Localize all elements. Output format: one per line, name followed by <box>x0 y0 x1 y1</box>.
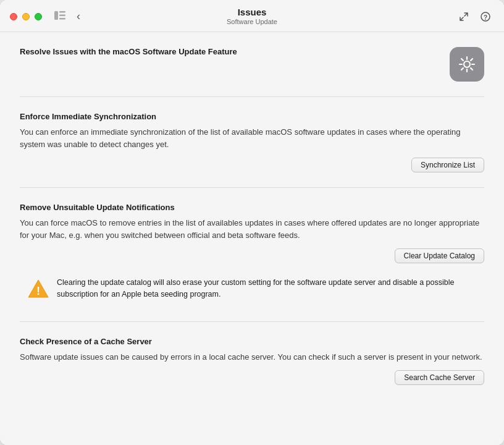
app-window: ‹ Issues Software Update ? <box>0 0 504 445</box>
synchronize-section: Enforce Immediate Synchronization You ca… <box>20 112 484 188</box>
nav-controls: ‹ <box>73 9 84 24</box>
cache-server-action: Search Cache Server <box>20 370 484 385</box>
titlebar: ‹ Issues Software Update ? <box>0 0 504 32</box>
clear-catalog-warning: ! Clearing the update catalog will also … <box>20 271 484 307</box>
synchronize-list-button[interactable]: Synchronize List <box>411 158 484 172</box>
resolve-title: Resolve Issues with the macOS Software U… <box>20 47 440 56</box>
resolve-header: Resolve Issues with the macOS Software U… <box>20 47 484 82</box>
cache-server-body: Software update issues can be caused by … <box>20 351 484 386</box>
cache-server-section: Check Presence of a Cache Server Softwar… <box>20 337 484 400</box>
help-button[interactable]: ? <box>477 10 494 23</box>
titlebar-center: Issues Software Update <box>227 7 277 26</box>
svg-point-6 <box>464 61 470 67</box>
svg-text:!: ! <box>36 285 40 297</box>
clear-catalog-section: Remove Unsuitable Update Notifications Y… <box>20 203 484 322</box>
window-title: Issues <box>227 7 277 18</box>
synchronize-description: You can enforce an immediate synchroniza… <box>20 126 484 150</box>
synchronize-action: Synchronize List <box>20 158 484 172</box>
search-cache-server-button[interactable]: Search Cache Server <box>395 370 484 385</box>
synchronize-body: You can enforce an immediate synchroniza… <box>20 126 484 172</box>
svg-text:?: ? <box>484 14 487 20</box>
svg-rect-2 <box>59 14 65 16</box>
cache-server-title: Check Presence of a Cache Server <box>20 337 484 346</box>
back-button[interactable]: ‹ <box>73 9 84 24</box>
clear-catalog-button[interactable]: Clear Update Catalog <box>395 248 484 263</box>
window-subtitle: Software Update <box>227 18 277 26</box>
titlebar-right: ? <box>456 10 494 23</box>
resolve-icon <box>450 47 484 82</box>
minimize-button[interactable] <box>22 13 30 20</box>
clear-catalog-body: You can force macOS to remove entries in… <box>20 217 484 307</box>
synchronize-title: Enforce Immediate Synchronization <box>20 112 484 121</box>
warning-triangle-icon: ! <box>27 278 49 300</box>
clear-catalog-warning-text: Clearing the update catalog will also er… <box>57 277 477 300</box>
resolve-title-area: Resolve Issues with the macOS Software U… <box>20 47 440 60</box>
cache-server-description: Software update issues can be caused by … <box>20 351 484 363</box>
shrink-button[interactable] <box>456 11 472 23</box>
titlebar-left: ‹ <box>10 9 84 24</box>
maximize-button[interactable] <box>35 13 42 20</box>
resolve-section: Resolve Issues with the macOS Software U… <box>20 47 484 97</box>
traffic-lights <box>10 13 42 20</box>
svg-rect-1 <box>59 11 65 13</box>
sidebar-toggle-button[interactable] <box>52 10 68 23</box>
svg-rect-3 <box>59 18 65 20</box>
close-button[interactable] <box>10 13 17 20</box>
svg-rect-0 <box>54 11 58 20</box>
clear-catalog-description: You can force macOS to remove entries in… <box>20 217 484 241</box>
gear-icon <box>450 47 484 82</box>
clear-catalog-title: Remove Unsuitable Update Notifications <box>20 203 484 212</box>
clear-catalog-action: Clear Update Catalog <box>20 248 484 263</box>
main-content: Resolve Issues with the macOS Software U… <box>0 32 504 445</box>
